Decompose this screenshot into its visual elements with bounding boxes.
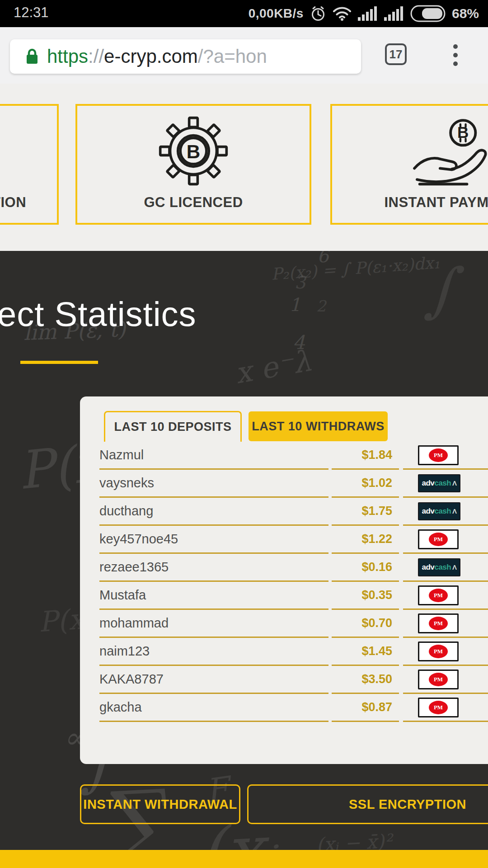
alarm-icon	[310, 5, 326, 22]
menu-dot	[453, 44, 458, 49]
math-decoration: P₂(x₂) = ∫ P(ε₁·x₂)dx₁	[271, 253, 441, 283]
advcash-logo-part: cash	[434, 479, 451, 488]
payment-method-cell: PM	[403, 666, 488, 694]
url-scheme: https	[47, 46, 88, 67]
depositor-name: key457noe45	[99, 526, 328, 554]
signal-sim1-icon	[358, 6, 378, 21]
status-icons: 0,00KB/s	[249, 0, 479, 27]
withdraw-amount: $3.50	[332, 666, 399, 694]
svg-text:B: B	[187, 141, 200, 162]
url-separator: ://	[88, 46, 104, 67]
payment-method-cell: PM	[403, 526, 488, 554]
address-bar[interactable]: https://e-cryp.com/?a=hon	[10, 39, 361, 74]
payment-method-cell: PM	[403, 694, 488, 722]
perfect-money-icon: PM	[418, 529, 459, 549]
tab-last-10-deposits[interactable]: LAST 10 DEPOSITS	[104, 411, 242, 442]
feature-card-gc-licenced: B GC LICENCED	[75, 104, 311, 225]
withdraw-row: ducthang$1.75advcashΛ	[80, 498, 488, 526]
url-query: /?a=hon	[198, 46, 267, 67]
depositor-name: Nazmul	[99, 442, 328, 470]
withdraw-row: Nazmul$1.84PM	[80, 442, 488, 470]
clock: 12:31	[14, 5, 49, 21]
math-decoration: x e⁻λ	[233, 344, 314, 390]
secure-lock-icon	[25, 48, 39, 65]
heading-underline	[20, 361, 98, 364]
feature-label: TION	[0, 194, 26, 211]
withdraw-amount: $1.84	[332, 442, 399, 470]
withdraw-amount: $1.75	[332, 498, 399, 526]
advcash-logo-part: Λ	[452, 563, 457, 571]
advcash-logo-part: Λ	[452, 479, 457, 487]
payment-method-cell: advcashΛ	[403, 498, 488, 526]
withdraw-rows: Nazmul$1.84PMvaysneks$1.02advcashΛductha…	[80, 442, 488, 722]
signal-sim2-icon	[384, 6, 404, 21]
advcash-icon: advcashΛ	[418, 502, 460, 520]
perfect-money-logo: PM	[429, 645, 448, 658]
math-decoration: (xᵢ − x̄)²	[316, 830, 393, 850]
hand-coin-icon: B	[332, 116, 488, 188]
battery-icon	[410, 5, 446, 22]
depositor-name: mohammad	[99, 610, 328, 638]
url-host: e-cryp.com	[104, 46, 198, 67]
payment-method-cell: advcashΛ	[403, 554, 488, 582]
perfect-money-icon: PM	[418, 698, 459, 717]
withdraw-row: naim123$1.45PM	[80, 638, 488, 666]
advcash-logo-part: adv	[422, 507, 434, 516]
math-decoration: 4	[293, 331, 305, 354]
withdraw-row: gkacha$0.87PM	[80, 694, 488, 722]
feature-cards-section: TION	[0, 84, 488, 251]
tab-last-10-withdraws[interactable]: LAST 10 WITHDRAWS	[249, 411, 388, 441]
withdraw-amount: $1.45	[332, 638, 399, 666]
withdraw-row: vaysneks$1.02advcashΛ	[80, 470, 488, 498]
withdraw-amount: $0.16	[332, 554, 399, 582]
withdraw-amount: $0.35	[332, 582, 399, 610]
math-decoration: 1	[289, 294, 300, 315]
withdraw-row: rezaee1365$0.16advcashΛ	[80, 554, 488, 582]
tab-label: LAST 10 DEPOSITS	[114, 420, 231, 434]
depositor-name: naim123	[99, 638, 328, 666]
perfect-money-icon: PM	[418, 613, 459, 633]
advcash-logo-part: Λ	[452, 507, 457, 515]
perfect-money-logo: PM	[429, 673, 448, 686]
withdraw-amount: $1.22	[332, 526, 399, 554]
advcash-logo-part: adv	[422, 563, 434, 572]
depositor-name: Mustafa	[99, 582, 328, 610]
wifi-icon	[333, 6, 352, 21]
feature-label: INSTANT PAYMEN	[332, 194, 488, 211]
tab-label: LAST 10 WITHDRAWS	[252, 420, 385, 434]
menu-dot	[453, 61, 458, 66]
statistics-section: P₂(x₂) = ∫ P(ε₁·x₂)dx₁63124∫lim P(ε, t)x…	[0, 251, 488, 850]
advcash-logo-part: cash	[434, 507, 451, 516]
depositor-name: ducthang	[99, 498, 328, 526]
browser-toolbar: https://e-cryp.com/?a=hon 17	[0, 27, 488, 84]
network-speed: 0,00KB/s	[249, 6, 304, 21]
math-decoration: ∫	[425, 255, 455, 324]
advcash-logo-part: cash	[434, 563, 451, 572]
withdraw-row: KAKA8787$3.50PM	[80, 666, 488, 694]
browser-menu-button[interactable]	[453, 44, 458, 66]
perfect-money-icon: PM	[418, 670, 459, 689]
stats-card: LAST 10 DEPOSITS LAST 10 WITHDRAWS Nazmu…	[80, 396, 488, 764]
withdraw-amount: $0.87	[332, 694, 399, 722]
advcash-icon: advcashΛ	[418, 558, 460, 576]
depositor-name: KAKA8787	[99, 666, 328, 694]
url-text: https://e-cryp.com/?a=hon	[47, 46, 267, 67]
ssl-encryption-button[interactable]: SSL ENCRYPTION	[247, 784, 488, 824]
advcash-logo-part: adv	[422, 479, 434, 488]
depositor-name: rezaee1365	[99, 554, 328, 582]
instant-withdrawal-button[interactable]: INSTANT WITHDRAWAL	[80, 784, 240, 824]
math-decoration: 6	[317, 251, 328, 266]
withdraw-amount: $1.02	[332, 470, 399, 498]
payment-method-cell: advcashΛ	[403, 470, 488, 498]
perfect-money-icon: PM	[418, 642, 459, 661]
payment-method-cell: PM	[403, 582, 488, 610]
tab-count: 17	[389, 47, 403, 61]
perfect-money-logo: PM	[429, 448, 448, 462]
tab-switcher-button[interactable]: 17	[385, 43, 407, 65]
perfect-money-logo: PM	[429, 589, 448, 602]
payment-method-cell: PM	[403, 638, 488, 666]
withdraw-row: key457noe45$1.22PM	[80, 526, 488, 554]
payment-method-cell: PM	[403, 442, 488, 470]
feature-label: GC LICENCED	[77, 194, 310, 211]
perfect-money-icon: PM	[418, 445, 459, 465]
